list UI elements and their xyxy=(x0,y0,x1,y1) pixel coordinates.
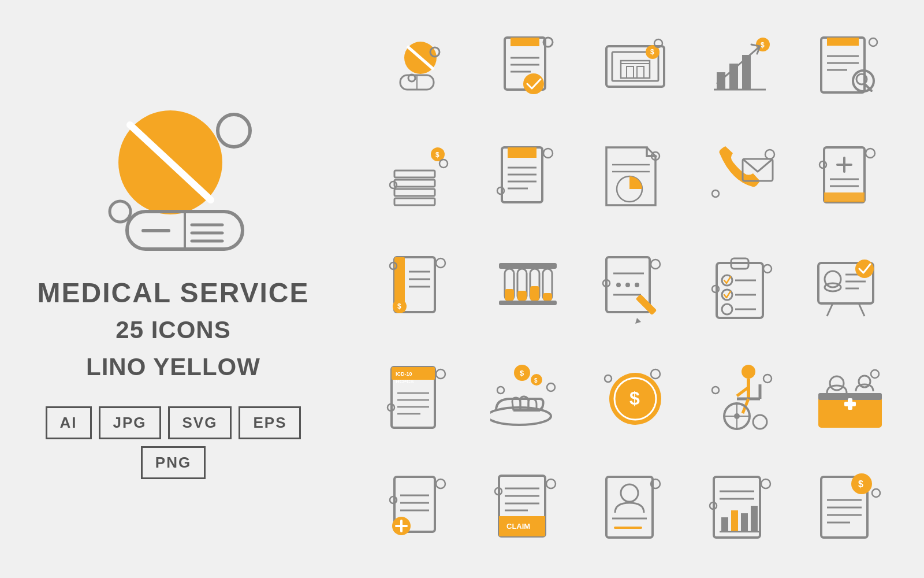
svg-point-114 xyxy=(722,304,732,314)
svg-point-21 xyxy=(523,73,544,94)
icon-row-1: $ $ xyxy=(370,17,901,121)
svg-point-116 xyxy=(763,265,772,273)
svg-rect-37 xyxy=(742,55,751,90)
svg-rect-40 xyxy=(827,38,859,46)
svg-rect-196 xyxy=(731,510,738,532)
svg-point-160 xyxy=(763,375,772,383)
svg-point-55 xyxy=(390,181,397,188)
svg-text:CLAIM: CLAIM xyxy=(506,522,530,531)
svg-rect-92 xyxy=(517,291,527,301)
svg-point-69 xyxy=(765,150,774,159)
svg-rect-52 xyxy=(394,180,435,187)
document-check-icon xyxy=(482,23,574,116)
doc-person-sign-icon xyxy=(589,462,681,555)
title-line1: MEDICAL SERVICE xyxy=(38,278,310,309)
medical-doc-icon xyxy=(804,133,896,225)
icd-codes-icon: ICD-10 HCPCS xyxy=(374,353,467,445)
svg-rect-90 xyxy=(505,289,514,301)
text-section: MEDICAL SERVICE 25 ICONS LINO YELLOW xyxy=(38,278,310,383)
dollar-doc-icon: $ xyxy=(804,462,896,555)
svg-point-176 xyxy=(436,479,445,488)
svg-rect-197 xyxy=(741,513,748,532)
svg-rect-96 xyxy=(543,293,552,301)
svg-point-3 xyxy=(110,201,131,222)
pills-icon xyxy=(374,23,467,116)
svg-text:$: $ xyxy=(761,41,765,49)
svg-point-148 xyxy=(605,375,612,382)
format-ai: AI xyxy=(46,406,92,439)
svg-point-168 xyxy=(871,370,879,378)
svg-point-62 xyxy=(543,149,553,158)
svg-text:ICD-10: ICD-10 xyxy=(396,371,412,377)
svg-rect-54 xyxy=(394,198,435,205)
svg-point-101 xyxy=(635,283,639,287)
svg-point-102 xyxy=(616,283,621,287)
dollar-coin-icon: $ xyxy=(589,353,681,445)
svg-rect-97 xyxy=(499,301,557,305)
svg-point-142 xyxy=(547,383,555,391)
document-lines-icon xyxy=(482,133,574,225)
report-chart-icon xyxy=(589,133,681,225)
bank-laptop-icon: $ xyxy=(589,23,681,116)
left-panel: MEDICAL SERVICE 25 ICONS LINO YELLOW AI … xyxy=(0,0,346,578)
svg-rect-76 xyxy=(824,192,865,202)
svg-rect-198 xyxy=(751,506,758,532)
svg-text:$: $ xyxy=(534,377,538,384)
svg-rect-17 xyxy=(511,38,539,46)
invoice-dollar-icon: $ xyxy=(374,243,467,335)
hero-illustration xyxy=(81,99,266,261)
svg-point-166 xyxy=(830,376,844,390)
svg-text:$: $ xyxy=(858,479,863,489)
medical-counter-icon xyxy=(804,353,896,445)
document-search-icon xyxy=(804,23,896,116)
svg-rect-165 xyxy=(848,398,852,410)
svg-marker-105 xyxy=(635,318,641,324)
money-hand-icon: $ $ xyxy=(482,353,574,445)
icon-row-2: $ xyxy=(370,127,901,231)
svg-rect-53 xyxy=(394,189,435,196)
doc-add-icon xyxy=(374,462,467,555)
svg-line-124 xyxy=(827,303,833,316)
svg-rect-35 xyxy=(717,72,725,90)
svg-rect-195 xyxy=(721,517,728,532)
format-jpg: JPG xyxy=(99,406,161,439)
svg-text:$: $ xyxy=(397,302,401,310)
format-svg: SVG xyxy=(168,406,232,439)
svg-text:$: $ xyxy=(650,48,654,56)
icon-row-4: ICD-10 HCPCS $ $ xyxy=(370,347,901,451)
svg-point-100 xyxy=(625,283,630,287)
svg-point-70 xyxy=(712,190,719,197)
svg-text:$: $ xyxy=(520,369,524,377)
svg-rect-57 xyxy=(508,147,536,158)
svg-rect-28 xyxy=(637,66,644,78)
svg-point-147 xyxy=(651,369,660,379)
svg-rect-88 xyxy=(499,263,557,269)
dollar-stack-icon: $ xyxy=(374,133,467,225)
chart-report-icon xyxy=(696,462,789,555)
format-png: PNG xyxy=(141,446,206,479)
svg-point-188 xyxy=(621,484,638,502)
svg-point-77 xyxy=(866,149,875,158)
icon-row-3: $ xyxy=(370,237,901,341)
svg-point-159 xyxy=(753,415,767,429)
svg-point-86 xyxy=(436,258,445,268)
svg-rect-51 xyxy=(394,171,435,177)
svg-text:HCPCS: HCPCS xyxy=(396,379,414,384)
test-tubes-icon xyxy=(482,243,574,335)
svg-point-106 xyxy=(651,260,660,269)
svg-point-2 xyxy=(218,114,250,147)
svg-rect-39 xyxy=(821,38,865,92)
wheelchair-icon xyxy=(696,353,789,445)
svg-point-200 xyxy=(761,479,770,488)
svg-rect-94 xyxy=(530,286,539,301)
claim-doc-icon: CLAIM xyxy=(482,462,574,555)
title-line2: 25 ICONS xyxy=(38,314,310,346)
phone-mail-icon xyxy=(696,133,789,225)
svg-text:$: $ xyxy=(435,151,439,159)
svg-point-50 xyxy=(439,160,448,168)
svg-point-143 xyxy=(497,387,504,394)
id-card-check-icon xyxy=(804,243,896,335)
svg-point-47 xyxy=(869,38,877,46)
icons-panel: $ $ xyxy=(346,0,924,578)
format-badges: AI JPG SVG EPS PNG xyxy=(23,406,323,479)
